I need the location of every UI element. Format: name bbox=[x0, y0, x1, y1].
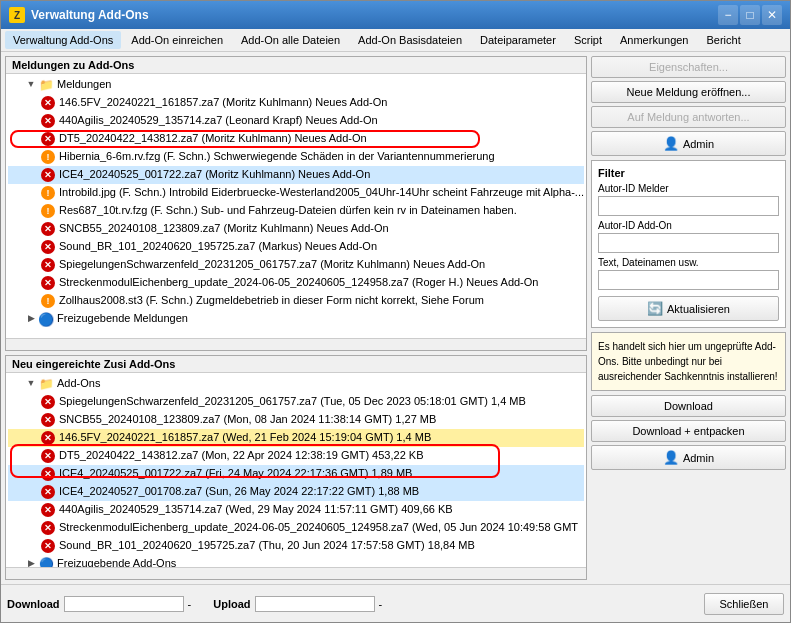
item-text: SpiegelungenSchwarzenfeld_20231205_06175… bbox=[59, 257, 485, 271]
upload-status: Upload - bbox=[213, 596, 382, 612]
list-item[interactable]: ✕ 440Agilis_20240529_135714.za7 (Leonard… bbox=[8, 112, 584, 130]
filter-box: Filter Autor-ID Melder Autor-ID Add-On T… bbox=[591, 160, 786, 328]
antworten-button[interactable]: Auf Meldung antworten... bbox=[591, 106, 786, 128]
schliessen-button[interactable]: Schließen bbox=[704, 593, 784, 615]
item-text: SpiegelungenSchwarzenfeld_20231205_06175… bbox=[59, 394, 526, 408]
red-x-icon: ✕ bbox=[40, 520, 56, 536]
item-text: ICE4_20240525_001722.za7 (Fri, 24 May 20… bbox=[59, 466, 412, 480]
item-text: 440Agilis_20240529_135714.za7 (Leonard K… bbox=[59, 113, 378, 127]
titlebar-left: Z Verwaltung Add-Ons bbox=[9, 7, 149, 23]
list-item[interactable]: ✕ 146.5FV_20240221_161857.za7 (Moritz Ku… bbox=[8, 94, 584, 112]
red-x-icon: ✕ bbox=[40, 484, 56, 500]
tab-bar: Verwaltung Add-Ons Add-On einreichen Add… bbox=[1, 29, 790, 52]
download-unpack-button[interactable]: Download + entpacken bbox=[591, 420, 786, 442]
admin-bottom-button[interactable]: 👤 Admin bbox=[591, 445, 786, 470]
list-item[interactable]: ! Zollhaus2008.st3 (F. Schn.) Zugmeldebe… bbox=[8, 292, 584, 310]
yellow-warn-icon: ! bbox=[40, 293, 56, 309]
red-x-icon: ✕ bbox=[40, 95, 56, 111]
expand-icon: ▶ bbox=[24, 556, 38, 567]
item-text: Sound_BR_101_20240620_195725.za7 (Markus… bbox=[59, 239, 377, 253]
addons-tree[interactable]: ▼ 📁 Add-Ons ✕ SpiegelungenSchwarzenfeld_… bbox=[6, 373, 586, 567]
item-text: ICE4_20240525_001722.za7 (Moritz Kuhlman… bbox=[59, 167, 370, 181]
item-text: SNCB55_20240108_123809.za7 (Moritz Kuhlm… bbox=[59, 221, 389, 235]
list-item[interactable]: ✕ SpiegelungenSchwarzenfeld_20231205_061… bbox=[8, 393, 584, 411]
close-button[interactable]: ✕ bbox=[762, 5, 782, 25]
list-item[interactable]: ✕ SNCB55_20240108_123809.za7 (Moritz Kuh… bbox=[8, 220, 584, 238]
eigenschaften-button[interactable]: Eigenschaften... bbox=[591, 56, 786, 78]
addons-root[interactable]: ▼ 📁 Add-Ons bbox=[8, 375, 584, 393]
list-item[interactable]: ! Introbild.jpg (F. Schn.) Introbild Eid… bbox=[8, 184, 584, 202]
autor-addon-label: Autor-ID Add-On bbox=[598, 220, 779, 231]
list-item[interactable]: ✕ StreckenmodulEichenberg_update_2024-06… bbox=[8, 519, 584, 537]
meldungen-root[interactable]: ▼ 📁 Meldungen bbox=[8, 76, 584, 94]
list-item[interactable]: ✕ Sound_BR_101_20240620_195725.za7 (Thu,… bbox=[8, 537, 584, 555]
list-item-highlighted[interactable]: ✕ ICE4_20240525_001722.za7 (Fri, 24 May … bbox=[8, 465, 584, 483]
upload-label: Upload bbox=[213, 598, 250, 610]
tab-script[interactable]: Script bbox=[566, 31, 610, 49]
red-x-icon: ✕ bbox=[40, 239, 56, 255]
info-box: Es handelt sich hier um ungeprüfte Add-O… bbox=[591, 332, 786, 391]
list-item[interactable]: ✕ DT5_20240422_143812.za7 (Moritz Kuhlma… bbox=[8, 130, 584, 148]
red-x-icon: ✕ bbox=[40, 221, 56, 237]
expand-icon: ▶ bbox=[24, 311, 38, 325]
red-x-icon: ✕ bbox=[40, 466, 56, 482]
blue-icon: 🔵 bbox=[38, 556, 54, 567]
tab-dateiparameter[interactable]: Dateiparameter bbox=[472, 31, 564, 49]
folder-icon: 📁 bbox=[38, 376, 54, 392]
red-x-icon: ✕ bbox=[40, 131, 56, 147]
tab-alle-dateien[interactable]: Add-On alle Dateien bbox=[233, 31, 348, 49]
right-panel: Eigenschaften... Neue Meldung eröffnen..… bbox=[591, 56, 786, 580]
window-title: Verwaltung Add-Ons bbox=[31, 8, 149, 22]
admin-top-button[interactable]: 👤 Admin bbox=[591, 131, 786, 156]
item-text: StreckenmodulEichenberg_update_2024-06-0… bbox=[59, 275, 538, 289]
main-window: Z Verwaltung Add-Ons − □ ✕ Verwaltung Ad… bbox=[0, 0, 791, 623]
upload-progress bbox=[255, 596, 375, 612]
tab-anmerkungen[interactable]: Anmerkungen bbox=[612, 31, 697, 49]
red-x-icon: ✕ bbox=[40, 113, 56, 129]
meldungen-tree[interactable]: ▼ 📁 Meldungen ✕ 146.5FV_20240221_161857.… bbox=[6, 74, 586, 338]
yellow-warn-icon: ! bbox=[40, 203, 56, 219]
download-button[interactable]: Download bbox=[591, 395, 786, 417]
tab-bericht[interactable]: Bericht bbox=[699, 31, 749, 49]
text-input[interactable] bbox=[598, 270, 779, 290]
download-label: Download bbox=[7, 598, 60, 610]
expand-icon: ▼ bbox=[24, 376, 38, 390]
admin-top-label: Admin bbox=[683, 138, 714, 150]
titlebar: Z Verwaltung Add-Ons − □ ✕ bbox=[1, 1, 790, 29]
admin-bottom-label: Admin bbox=[683, 452, 714, 464]
autor-addon-input[interactable] bbox=[598, 233, 779, 253]
main-content: Meldungen zu Add-Ons ▼ 📁 Meldungen ✕ 146… bbox=[1, 52, 790, 584]
list-item[interactable]: ✕ StreckenmodulEichenberg_update_2024-06… bbox=[8, 274, 584, 292]
meldungen-root-label: Meldungen bbox=[57, 77, 111, 91]
red-x-icon: ✕ bbox=[40, 448, 56, 464]
tab-basisdateien[interactable]: Add-On Basisdateien bbox=[350, 31, 470, 49]
list-item[interactable]: ✕ ICE4_20240527_001708.za7 (Sun, 26 May … bbox=[8, 483, 584, 501]
aktualisieren-button[interactable]: 🔄 Aktualisieren bbox=[598, 296, 779, 321]
list-item[interactable]: ! Res687_10t.rv.fzg (F. Schn.) Sub- und … bbox=[8, 202, 584, 220]
maximize-button[interactable]: □ bbox=[740, 5, 760, 25]
red-x-icon: ✕ bbox=[40, 394, 56, 410]
list-item[interactable]: ✕ SpiegelungenSchwarzenfeld_20231205_061… bbox=[8, 256, 584, 274]
list-item[interactable]: ▶ 🔵 Freizugebende Add-Ons bbox=[8, 555, 584, 567]
item-text: Res687_10t.rv.fzg (F. Schn.) Sub- und Fa… bbox=[59, 203, 517, 217]
list-item[interactable]: ✕ SNCB55_20240108_123809.za7 (Mon, 08 Ja… bbox=[8, 411, 584, 429]
item-text: Introbild.jpg (F. Schn.) Introbild Eider… bbox=[59, 185, 584, 199]
list-item[interactable]: ✕ 146.5FV_20240221_161857.za7 (Wed, 21 F… bbox=[8, 429, 584, 447]
list-item-highlighted[interactable]: ✕ ICE4_20240525_001722.za7 (Moritz Kuhlm… bbox=[8, 166, 584, 184]
red-x-icon: ✕ bbox=[40, 257, 56, 273]
aktualisieren-icon: 🔄 bbox=[647, 301, 663, 316]
list-item[interactable]: ✕ DT5_20240422_143812.za7 (Mon, 22 Apr 2… bbox=[8, 447, 584, 465]
list-item[interactable]: ▶ 🔵 Freizugebende Meldungen bbox=[8, 310, 584, 328]
minimize-button[interactable]: − bbox=[718, 5, 738, 25]
yellow-warn-icon: ! bbox=[40, 149, 56, 165]
neue-meldung-button[interactable]: Neue Meldung eröffnen... bbox=[591, 81, 786, 103]
item-text: 146.5FV_20240221_161857.za7 (Wed, 21 Feb… bbox=[59, 430, 431, 444]
list-item[interactable]: ✕ Sound_BR_101_20240620_195725.za7 (Mark… bbox=[8, 238, 584, 256]
tab-verwaltung[interactable]: Verwaltung Add-Ons bbox=[5, 31, 121, 49]
autor-melder-label: Autor-ID Melder bbox=[598, 183, 779, 194]
list-item[interactable]: ! Hibernia_6-6m.rv.fzg (F. Schn.) Schwer… bbox=[8, 148, 584, 166]
list-item[interactable]: ✕ 440Agilis_20240529_135714.za7 (Wed, 29… bbox=[8, 501, 584, 519]
expand-icon: ▼ bbox=[24, 77, 38, 91]
tab-einreichen[interactable]: Add-On einreichen bbox=[123, 31, 231, 49]
autor-melder-input[interactable] bbox=[598, 196, 779, 216]
